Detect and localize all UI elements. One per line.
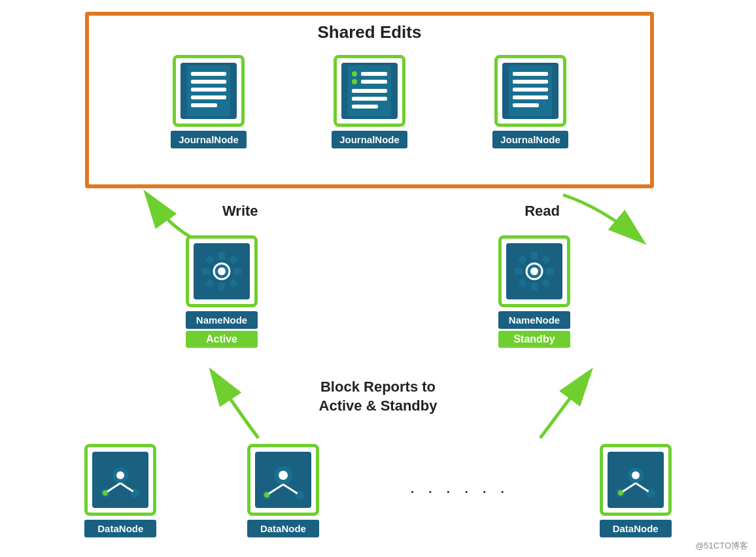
watermark: @51CTO博客 bbox=[695, 540, 748, 552]
journal-node-label-2: JournalNode bbox=[332, 131, 407, 148]
network-icon-3 bbox=[613, 457, 659, 503]
namenode-row: NameNode Active bbox=[0, 235, 756, 348]
svg-point-33 bbox=[530, 267, 538, 275]
svg-rect-27 bbox=[233, 268, 241, 275]
svg-point-50 bbox=[103, 490, 108, 496]
namenode-active: NameNode Active bbox=[186, 235, 258, 348]
namenode-standby: NameNode Standby bbox=[498, 235, 570, 348]
svg-point-65 bbox=[632, 471, 640, 479]
svg-line-56 bbox=[283, 484, 300, 495]
svg-rect-16 bbox=[513, 80, 548, 84]
svg-rect-19 bbox=[513, 103, 539, 107]
svg-rect-26 bbox=[202, 268, 210, 275]
namenode-standby-label: NameNode bbox=[498, 311, 570, 329]
svg-point-67 bbox=[648, 490, 653, 496]
write-label: Write bbox=[222, 203, 258, 220]
svg-rect-13 bbox=[352, 105, 378, 109]
svg-line-48 bbox=[120, 483, 135, 493]
svg-rect-39 bbox=[541, 255, 551, 264]
svg-rect-10 bbox=[361, 80, 387, 84]
svg-rect-5 bbox=[191, 103, 217, 107]
network-icon-1 bbox=[97, 457, 143, 503]
namenode-active-label: NameNode bbox=[186, 311, 258, 329]
datanode-label-3: DataNode bbox=[600, 520, 672, 537]
datanode-icon-2 bbox=[247, 444, 319, 516]
namenode-standby-status: Standby bbox=[498, 331, 570, 348]
datanode-row: DataNode DataNode bbox=[0, 444, 756, 537]
journal-nodes-row: JournalNode bbox=[89, 55, 650, 148]
svg-point-57 bbox=[279, 471, 288, 480]
svg-rect-11 bbox=[352, 89, 387, 93]
svg-point-58 bbox=[264, 492, 269, 498]
svg-point-51 bbox=[133, 490, 138, 496]
svg-line-55 bbox=[267, 484, 283, 495]
svg-rect-1 bbox=[191, 72, 226, 76]
svg-rect-29 bbox=[229, 255, 238, 264]
main-diagram: Shared Edits Jou bbox=[0, 0, 756, 557]
journal-node-icon-2 bbox=[334, 55, 405, 127]
svg-rect-17 bbox=[513, 88, 548, 92]
namenode-active-icon bbox=[186, 235, 258, 307]
svg-point-49 bbox=[116, 471, 124, 479]
svg-point-66 bbox=[618, 490, 623, 496]
svg-rect-4 bbox=[191, 95, 226, 99]
journal-node-label-1: JournalNode bbox=[171, 131, 247, 148]
read-label: Read bbox=[524, 203, 560, 220]
journal-node-3: JournalNode bbox=[492, 55, 568, 148]
svg-point-9 bbox=[352, 79, 357, 84]
svg-rect-12 bbox=[352, 97, 387, 101]
datanode-icon-1 bbox=[84, 444, 156, 516]
dots-separator: . . . . . . bbox=[409, 477, 509, 498]
svg-rect-18 bbox=[513, 95, 548, 99]
datanode-label-1: DataNode bbox=[84, 520, 156, 537]
svg-line-63 bbox=[621, 483, 636, 493]
journal-node-1: JournalNode bbox=[171, 55, 247, 148]
gear-icon-active bbox=[199, 248, 245, 294]
svg-rect-40 bbox=[518, 278, 527, 288]
namenode-active-status: Active bbox=[186, 331, 258, 348]
svg-rect-31 bbox=[229, 278, 238, 288]
datanode-1: DataNode bbox=[84, 444, 156, 537]
datanode-icon-3 bbox=[600, 444, 672, 516]
svg-line-47 bbox=[105, 483, 120, 493]
svg-rect-41 bbox=[541, 278, 551, 288]
journal-node-2: JournalNode bbox=[332, 55, 407, 148]
block-reports-label: Block Reports to Active & Standby bbox=[0, 378, 756, 415]
gear-icon-standby bbox=[511, 248, 557, 294]
svg-rect-25 bbox=[218, 283, 225, 291]
svg-line-64 bbox=[636, 483, 651, 493]
journal-doc-icon-2 bbox=[347, 64, 392, 118]
svg-point-23 bbox=[218, 267, 226, 275]
journal-doc-icon-1 bbox=[186, 64, 232, 118]
namenode-standby-icon bbox=[498, 235, 570, 307]
journal-doc-icon-3 bbox=[507, 64, 553, 118]
journal-node-icon-1 bbox=[173, 55, 245, 127]
shared-edits-box: Shared Edits Jou bbox=[85, 12, 654, 188]
datanode-label-2: DataNode bbox=[247, 520, 319, 537]
svg-rect-30 bbox=[205, 278, 215, 288]
journal-node-label-3: JournalNode bbox=[492, 131, 568, 148]
shared-edits-title: Shared Edits bbox=[89, 22, 650, 42]
svg-rect-34 bbox=[531, 252, 538, 260]
svg-rect-2 bbox=[191, 80, 226, 84]
svg-rect-24 bbox=[218, 252, 225, 260]
svg-rect-37 bbox=[546, 268, 554, 275]
svg-rect-8 bbox=[361, 72, 387, 76]
svg-rect-3 bbox=[191, 88, 226, 92]
svg-rect-15 bbox=[513, 72, 548, 76]
network-icon-2 bbox=[260, 457, 306, 503]
datanode-3: DataNode bbox=[600, 444, 672, 537]
svg-point-7 bbox=[352, 71, 357, 76]
svg-rect-35 bbox=[531, 283, 538, 291]
svg-rect-28 bbox=[205, 255, 215, 264]
svg-rect-38 bbox=[518, 255, 527, 264]
datanode-2: DataNode bbox=[247, 444, 319, 537]
svg-point-59 bbox=[297, 492, 302, 498]
journal-node-icon-3 bbox=[494, 55, 566, 127]
svg-rect-36 bbox=[515, 268, 523, 275]
